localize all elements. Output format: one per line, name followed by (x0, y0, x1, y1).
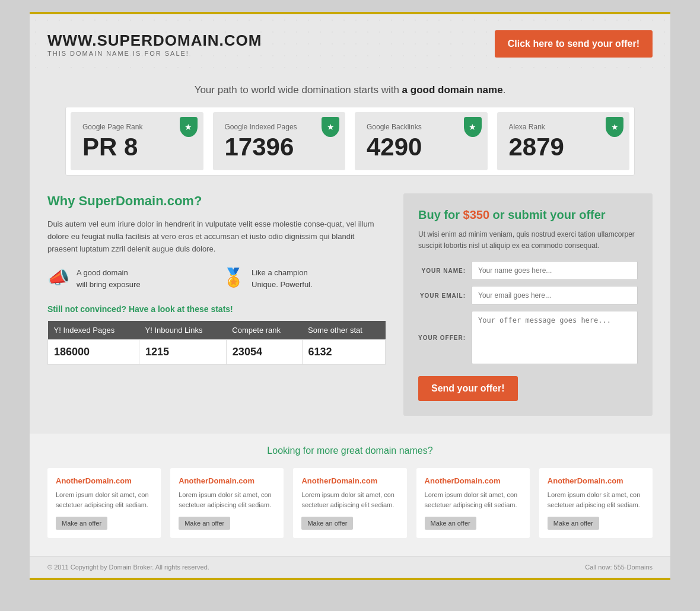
stat-box-backlinks: Google Backlinks 4290 ★ (355, 112, 488, 170)
star-shield-2: ★ (464, 117, 482, 137)
buy-price: $350 (463, 208, 490, 221)
page-wrapper: WWW.SUPERDOMAIN.COM THIS DOMAIN NAME IS … (30, 12, 670, 580)
stat-label-pagerank: Google Page Rank (82, 123, 192, 131)
stat-label-backlinks: Google Backlinks (367, 123, 476, 131)
feature-text-champion: Like a championUnique. Powerful. (252, 267, 313, 290)
tagline-after: . (503, 84, 506, 96)
name-label: YOUR NAME: (418, 268, 466, 274)
make-offer-button-4[interactable]: Make an offer (548, 517, 599, 530)
form-row-name: YOUR NAME: (418, 261, 638, 280)
stat-box-alexa: Alexa Rank 2879 ★ (497, 112, 630, 170)
domain-listings-title: Looking for more great domain names? (47, 445, 653, 456)
left-section: Why SuperDomain.com? Duis autem vel eum … (47, 193, 403, 416)
send-offer-button[interactable]: Send your offer! (418, 376, 518, 401)
domain-card-3: AnotherDomain.com Lorem ipsum dolor sit … (416, 468, 530, 538)
star-shield-3: ★ (606, 117, 623, 137)
feature-item-exposure: 📣 A good domainwill bring exposure (47, 267, 211, 290)
features-row: 📣 A good domainwill bring exposure 🏅 Lik… (47, 267, 386, 290)
table-cell-1: 1215 (139, 340, 227, 365)
domain-name-2: AnotherDomain.com (301, 476, 398, 485)
domain-name: WWW.SUPERDOMAIN.COM (47, 31, 262, 50)
header: WWW.SUPERDOMAIN.COM THIS DOMAIN NAME IS … (30, 14, 670, 74)
table-cell-0: 186000 (48, 340, 139, 365)
stat-box-indexed: Google Indexed Pages 17396 ★ (213, 112, 346, 170)
domain-subtitle: THIS DOMAIN NAME IS FOR SALE! (47, 50, 262, 57)
why-body: Duis autem vel eum iriure dolor in hendr… (47, 218, 386, 255)
table-cell-2: 23054 (226, 340, 302, 365)
footer-phone: Call now: 555-Domains (585, 564, 653, 571)
stats-table: Y! Indexed Pages Y! Inbound Links Compet… (47, 321, 386, 365)
star-shield-1: ★ (322, 117, 339, 137)
table-row: 186000 1215 23054 6132 (48, 340, 386, 365)
header-cta-button[interactable]: Click here to send your offer! (495, 30, 653, 58)
feature-item-champion: 🏅 Like a championUnique. Powerful. (222, 267, 386, 290)
buy-title: Buy for $350 or submit your offer (418, 208, 638, 222)
domain-card-2: AnotherDomain.com Lorem ipsum dolor sit … (293, 468, 406, 538)
make-offer-button-0[interactable]: Make an offer (56, 517, 107, 530)
stats-container: Google Page Rank PR 8 ★ Google Indexed P… (65, 107, 635, 176)
domain-card-0: AnotherDomain.com Lorem ipsum dolor sit … (47, 468, 161, 538)
make-offer-button-3[interactable]: Make an offer (425, 517, 476, 530)
main-content: Why SuperDomain.com? Duis autem vel eum … (30, 176, 670, 434)
stat-label-indexed: Google Indexed Pages (225, 123, 334, 131)
domain-desc-4: Lorem ipsum dolor sit amet, con sectetue… (548, 490, 644, 510)
buy-title-after: or submit your offer (489, 208, 606, 221)
tagline: Your path to world wide domination start… (30, 74, 670, 107)
stat-value-pagerank: PR 8 (82, 135, 192, 160)
stat-value-alexa: 2879 (509, 135, 618, 160)
stats-cta-title: Still not convinced? Have a look at thes… (47, 304, 386, 314)
domain-name-0: AnotherDomain.com (56, 476, 152, 485)
header-cta: Click here to send your offer! (495, 30, 653, 58)
table-header-3: Some other stat (302, 321, 385, 340)
email-input[interactable] (472, 286, 638, 305)
offer-label: YOUR OFFER: (418, 335, 466, 341)
domain-grid: AnotherDomain.com Lorem ipsum dolor sit … (47, 468, 653, 538)
stat-value-indexed: 17396 (225, 135, 334, 160)
form-row-offer: YOUR OFFER: (418, 311, 638, 364)
medal-icon: 🏅 (222, 267, 244, 288)
tagline-before: Your path to world wide domination start… (195, 84, 402, 96)
header-logo: WWW.SUPERDOMAIN.COM THIS DOMAIN NAME IS … (47, 31, 262, 57)
feature-text-exposure: A good domainwill bring exposure (77, 267, 141, 290)
megaphone-icon: 📣 (47, 267, 69, 288)
domain-name-4: AnotherDomain.com (548, 476, 644, 485)
buy-desc: Ut wisi enim ad minim veniam, quis nostr… (418, 229, 638, 252)
table-header-0: Y! Indexed Pages (48, 321, 139, 340)
footer-copyright: © 2011 Copyright by Domain Broker. All r… (47, 564, 209, 571)
stat-value-backlinks: 4290 (367, 135, 476, 160)
star-shield-0: ★ (180, 117, 198, 137)
right-section: Buy for $350 or submit your offer Ut wis… (403, 193, 653, 416)
tagline-highlight: a good domain name (402, 84, 503, 96)
stat-box-pagerank: Google Page Rank PR 8 ★ (71, 112, 203, 170)
email-label: YOUR EMAIL: (418, 292, 466, 299)
name-input[interactable] (472, 261, 638, 280)
domain-name-1: AnotherDomain.com (179, 476, 275, 485)
table-header-2: Compete rank (226, 321, 302, 340)
footer: © 2011 Copyright by Domain Broker. All r… (30, 556, 670, 578)
offer-textarea[interactable] (472, 311, 638, 364)
domain-desc-0: Lorem ipsum dolor sit amet, con sectetue… (56, 490, 152, 510)
make-offer-button-1[interactable]: Make an offer (179, 517, 230, 530)
domain-desc-1: Lorem ipsum dolor sit amet, con sectetue… (179, 490, 275, 510)
domain-card-4: AnotherDomain.com Lorem ipsum dolor sit … (539, 468, 653, 538)
make-offer-button-2[interactable]: Make an offer (301, 517, 353, 530)
why-title: Why SuperDomain.com? (47, 193, 386, 209)
domain-desc-3: Lorem ipsum dolor sit amet, con sectetue… (425, 490, 521, 510)
buy-title-before: Buy for (418, 208, 463, 221)
domain-name-3: AnotherDomain.com (425, 476, 521, 485)
stat-label-alexa: Alexa Rank (509, 123, 618, 131)
table-cell-3: 6132 (302, 340, 385, 365)
domain-card-1: AnotherDomain.com Lorem ipsum dolor sit … (170, 468, 284, 538)
table-header-1: Y! Inbound Links (139, 321, 227, 340)
domain-listings: Looking for more great domain names? Ano… (30, 434, 670, 556)
form-row-email: YOUR EMAIL: (418, 286, 638, 305)
domain-desc-2: Lorem ipsum dolor sit amet, con sectetue… (301, 490, 398, 510)
